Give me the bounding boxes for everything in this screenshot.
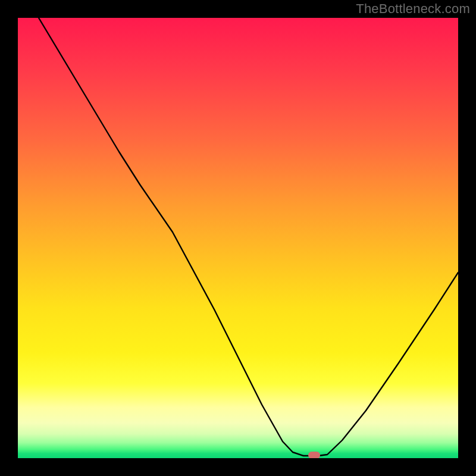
optimal-marker [308,452,320,458]
chart-frame: TheBottleneck.com [0,0,476,476]
watermark-text: TheBottleneck.com [356,1,470,17]
bottleneck-curve [18,18,458,458]
plot-area [18,18,458,458]
